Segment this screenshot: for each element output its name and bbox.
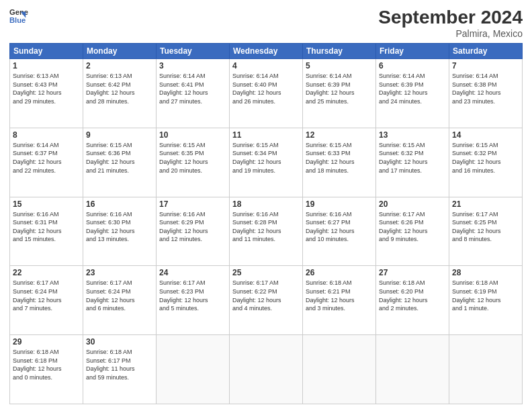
cell-text: Sunrise: 6:18 AM Sunset: 6:17 PM Dayligh… <box>86 348 153 381</box>
day-number: 5 <box>306 61 373 71</box>
table-row: 24Sunrise: 6:17 AM Sunset: 6:23 PM Dayli… <box>157 266 230 335</box>
header-thursday: Thursday <box>303 44 376 59</box>
day-number: 18 <box>232 199 300 209</box>
page: General Blue September 2024 Palmira, Mex… <box>0 0 532 411</box>
table-row: 17Sunrise: 6:16 AM Sunset: 6:29 PM Dayli… <box>157 197 230 266</box>
table-row: 5Sunrise: 6:14 AM Sunset: 6:39 PM Daylig… <box>303 59 376 128</box>
day-number: 26 <box>306 268 373 277</box>
day-number: 19 <box>306 199 373 209</box>
table-row <box>376 335 449 404</box>
day-number: 20 <box>379 199 446 209</box>
day-number: 24 <box>159 268 226 277</box>
table-row: 16Sunrise: 6:16 AM Sunset: 6:30 PM Dayli… <box>83 197 157 266</box>
logo-icon: General Blue <box>9 7 28 26</box>
cell-text: Sunrise: 6:17 AM Sunset: 6:24 PM Dayligh… <box>86 279 153 312</box>
day-number: 15 <box>13 199 80 209</box>
cell-text: Sunrise: 6:15 AM Sunset: 6:33 PM Dayligh… <box>306 141 373 175</box>
cell-text: Sunrise: 6:14 AM Sunset: 6:38 PM Dayligh… <box>452 72 519 105</box>
day-number: 1 <box>13 61 80 71</box>
day-number: 16 <box>86 199 153 209</box>
table-row: 14Sunrise: 6:15 AM Sunset: 6:32 PM Dayli… <box>449 128 523 197</box>
table-row: 12Sunrise: 6:15 AM Sunset: 6:33 PM Dayli… <box>303 128 376 197</box>
calendar-week-row: 8Sunrise: 6:14 AM Sunset: 6:37 PM Daylig… <box>10 128 523 197</box>
svg-text:Blue: Blue <box>9 16 26 24</box>
cell-text: Sunrise: 6:16 AM Sunset: 6:28 PM Dayligh… <box>232 210 300 244</box>
table-row: 29Sunrise: 6:18 AM Sunset: 6:18 PM Dayli… <box>10 335 83 404</box>
header-monday: Monday <box>83 44 157 59</box>
header-wednesday: Wednesday <box>230 44 303 59</box>
header-saturday: Saturday <box>449 44 523 59</box>
calendar-body: 1Sunrise: 6:13 AM Sunset: 6:43 PM Daylig… <box>10 59 523 404</box>
cell-text: Sunrise: 6:14 AM Sunset: 6:39 PM Dayligh… <box>379 72 446 105</box>
day-number: 23 <box>86 268 153 277</box>
cell-text: Sunrise: 6:17 AM Sunset: 6:25 PM Dayligh… <box>452 210 519 244</box>
table-row <box>230 335 303 404</box>
day-number: 6 <box>379 61 446 71</box>
table-row: 25Sunrise: 6:17 AM Sunset: 6:22 PM Dayli… <box>230 266 303 335</box>
day-number: 22 <box>13 268 80 277</box>
cell-text: Sunrise: 6:14 AM Sunset: 6:40 PM Dayligh… <box>232 72 300 105</box>
day-number: 3 <box>159 61 226 71</box>
cell-text: Sunrise: 6:15 AM Sunset: 6:36 PM Dayligh… <box>86 141 153 175</box>
cell-text: Sunrise: 6:17 AM Sunset: 6:24 PM Dayligh… <box>13 279 80 312</box>
table-row: 7Sunrise: 6:14 AM Sunset: 6:38 PM Daylig… <box>449 59 523 128</box>
table-row: 19Sunrise: 6:16 AM Sunset: 6:27 PM Dayli… <box>303 197 376 266</box>
cell-text: Sunrise: 6:16 AM Sunset: 6:30 PM Dayligh… <box>86 210 153 244</box>
month-title: September 2024 <box>378 7 523 28</box>
day-number: 11 <box>232 130 300 140</box>
cell-text: Sunrise: 6:13 AM Sunset: 6:42 PM Dayligh… <box>86 72 153 105</box>
logo: General Blue <box>9 7 28 26</box>
cell-text: Sunrise: 6:17 AM Sunset: 6:22 PM Dayligh… <box>232 279 300 312</box>
location: Palmira, Mexico <box>378 28 523 39</box>
cell-text: Sunrise: 6:17 AM Sunset: 6:26 PM Dayligh… <box>379 210 446 244</box>
table-row: 21Sunrise: 6:17 AM Sunset: 6:25 PM Dayli… <box>449 197 523 266</box>
table-row: 1Sunrise: 6:13 AM Sunset: 6:43 PM Daylig… <box>10 59 83 128</box>
cell-text: Sunrise: 6:17 AM Sunset: 6:23 PM Dayligh… <box>159 279 226 312</box>
table-row: 3Sunrise: 6:14 AM Sunset: 6:41 PM Daylig… <box>157 59 230 128</box>
cell-text: Sunrise: 6:18 AM Sunset: 6:20 PM Dayligh… <box>379 279 446 312</box>
header-sunday: Sunday <box>10 44 83 59</box>
day-number: 4 <box>232 61 300 71</box>
table-row: 23Sunrise: 6:17 AM Sunset: 6:24 PM Dayli… <box>83 266 157 335</box>
table-row: 13Sunrise: 6:15 AM Sunset: 6:32 PM Dayli… <box>376 128 449 197</box>
cell-text: Sunrise: 6:16 AM Sunset: 6:29 PM Dayligh… <box>159 210 226 244</box>
day-number: 13 <box>379 130 446 140</box>
day-number: 21 <box>452 199 519 209</box>
table-row: 9Sunrise: 6:15 AM Sunset: 6:36 PM Daylig… <box>83 128 157 197</box>
table-row: 26Sunrise: 6:18 AM Sunset: 6:21 PM Dayli… <box>303 266 376 335</box>
cell-text: Sunrise: 6:15 AM Sunset: 6:35 PM Dayligh… <box>159 141 226 175</box>
table-row: 15Sunrise: 6:16 AM Sunset: 6:31 PM Dayli… <box>10 197 83 266</box>
cell-text: Sunrise: 6:14 AM Sunset: 6:37 PM Dayligh… <box>13 141 80 175</box>
day-number: 9 <box>86 130 153 140</box>
header-tuesday: Tuesday <box>157 44 230 59</box>
cell-text: Sunrise: 6:15 AM Sunset: 6:32 PM Dayligh… <box>379 141 446 175</box>
day-number: 30 <box>86 337 153 347</box>
calendar-table: Sunday Monday Tuesday Wednesday Thursday… <box>9 43 523 404</box>
table-row: 2Sunrise: 6:13 AM Sunset: 6:42 PM Daylig… <box>83 59 157 128</box>
day-number: 14 <box>452 130 519 140</box>
title-block: September 2024 Palmira, Mexico <box>378 7 523 39</box>
day-number: 8 <box>13 130 80 140</box>
cell-text: Sunrise: 6:16 AM Sunset: 6:31 PM Dayligh… <box>13 210 80 244</box>
table-row: 27Sunrise: 6:18 AM Sunset: 6:20 PM Dayli… <box>376 266 449 335</box>
table-row: 6Sunrise: 6:14 AM Sunset: 6:39 PM Daylig… <box>376 59 449 128</box>
day-number: 17 <box>159 199 226 209</box>
day-number: 28 <box>452 268 519 277</box>
table-row: 22Sunrise: 6:17 AM Sunset: 6:24 PM Dayli… <box>10 266 83 335</box>
header-friday: Friday <box>376 44 449 59</box>
table-row: 18Sunrise: 6:16 AM Sunset: 6:28 PM Dayli… <box>230 197 303 266</box>
calendar-week-row: 22Sunrise: 6:17 AM Sunset: 6:24 PM Dayli… <box>10 266 523 335</box>
table-row: 4Sunrise: 6:14 AM Sunset: 6:40 PM Daylig… <box>230 59 303 128</box>
day-number: 27 <box>379 268 446 277</box>
table-row <box>449 335 523 404</box>
day-number: 10 <box>159 130 226 140</box>
table-row: 10Sunrise: 6:15 AM Sunset: 6:35 PM Dayli… <box>157 128 230 197</box>
table-row: 8Sunrise: 6:14 AM Sunset: 6:37 PM Daylig… <box>10 128 83 197</box>
cell-text: Sunrise: 6:18 AM Sunset: 6:19 PM Dayligh… <box>452 279 519 312</box>
table-row <box>303 335 376 404</box>
cell-text: Sunrise: 6:16 AM Sunset: 6:27 PM Dayligh… <box>306 210 373 244</box>
cell-text: Sunrise: 6:18 AM Sunset: 6:21 PM Dayligh… <box>306 279 373 312</box>
calendar-week-row: 1Sunrise: 6:13 AM Sunset: 6:43 PM Daylig… <box>10 59 523 128</box>
table-row: 30Sunrise: 6:18 AM Sunset: 6:17 PM Dayli… <box>83 335 157 404</box>
header: General Blue September 2024 Palmira, Mex… <box>9 7 523 39</box>
